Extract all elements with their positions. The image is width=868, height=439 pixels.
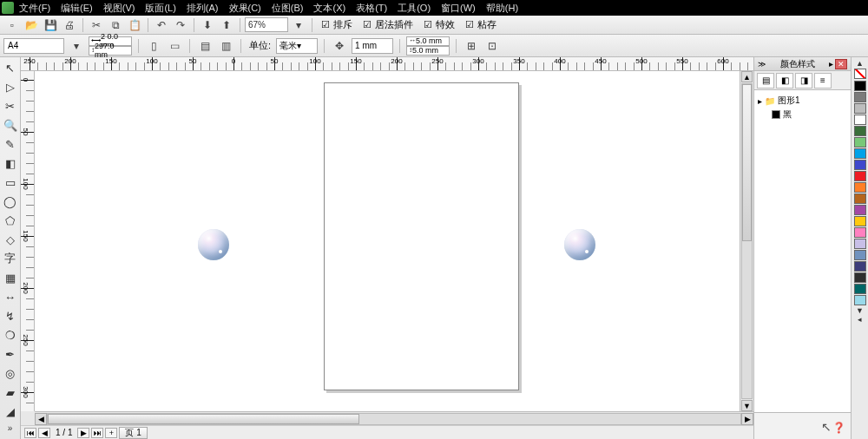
palette-swatch[interactable] [854, 193, 866, 204]
toolbox-expand-icon[interactable]: » [2, 422, 19, 434]
palette-swatch[interactable] [854, 284, 866, 294]
page-preset-combo[interactable]: A4 [3, 38, 64, 54]
ruler-vertical[interactable]: 050100150200250300 [21, 71, 35, 411]
snap-opt-4[interactable]: ☑粘存 [461, 16, 501, 34]
palette-no-color[interactable] [854, 69, 866, 79]
tree-folder[interactable]: ▸ 📁 图形1 [758, 94, 847, 108]
outline-tool-icon[interactable]: ◎ [2, 364, 19, 382]
freehand-tool-icon[interactable]: ✎ [2, 135, 19, 153]
interactive-fill-tool-icon[interactable]: ◢ [2, 403, 19, 420]
palette-swatch[interactable] [854, 250, 866, 260]
palette-swatch[interactable] [854, 216, 866, 226]
units-combo[interactable]: 毫米 ▾ [276, 38, 318, 54]
page-last-icon[interactable]: ⏭ [91, 428, 103, 438]
palette-swatch[interactable] [854, 171, 866, 181]
ellipse-tool-icon[interactable]: ◯ [2, 193, 19, 210]
rectangle-tool-icon[interactable]: ▭ [2, 174, 19, 191]
hscroll-left-icon[interactable]: ◀ [35, 413, 47, 425]
options-icon[interactable]: ⊞ [463, 38, 480, 54]
palette-swatch[interactable] [854, 239, 866, 249]
all-pages-icon[interactable]: ▤ [196, 38, 214, 54]
tree-item[interactable]: 黑 [758, 108, 847, 121]
drawing-canvas[interactable] [35, 71, 753, 411]
help-hint-icon[interactable]: ❓ [832, 422, 845, 434]
connector-tool-icon[interactable]: ↯ [2, 307, 19, 324]
palette-swatch[interactable] [854, 148, 866, 159]
palette-up-icon[interactable]: ▲ [856, 59, 864, 68]
bubble-object-right[interactable] [564, 229, 595, 260]
menu-layout[interactable]: 版面(L) [141, 2, 179, 15]
options2-icon[interactable]: ⊡ [483, 38, 501, 54]
cut-icon[interactable]: ✂ [88, 17, 105, 33]
menu-view[interactable]: 视图(V) [100, 2, 139, 15]
vertical-scrollbar[interactable]: ▲ ▼ [740, 71, 753, 411]
page-first-icon[interactable]: ⏮ [24, 428, 36, 438]
fill-tool-icon[interactable]: ▰ [2, 383, 19, 401]
portrait-icon[interactable]: ▯ [145, 38, 162, 54]
docker-close-icon[interactable]: ✕ [835, 59, 847, 69]
page-height-input[interactable]: ↕ 297.0 mm [89, 46, 132, 56]
hscroll-right-icon[interactable]: ▶ [741, 413, 753, 425]
page-prev-icon[interactable]: ◀ [38, 428, 50, 438]
copy-icon[interactable]: ⧉ [107, 17, 124, 33]
palette-swatch[interactable] [854, 103, 866, 114]
redo-icon[interactable]: ↷ [172, 17, 189, 33]
page-add-icon[interactable]: + [105, 428, 117, 438]
menu-edit[interactable]: 编辑(E) [57, 2, 96, 15]
smart-fill-tool-icon[interactable]: ◧ [2, 154, 19, 172]
horizontal-scrollbar[interactable]: ◀ ▶ [35, 411, 753, 425]
page-preset-dropdown-icon[interactable]: ▾ [68, 38, 85, 54]
dup-offset-y-input[interactable]: ↕ 5.0 mm [406, 46, 450, 56]
menu-file[interactable]: 文件(F) [16, 2, 54, 15]
print-icon[interactable]: 🖨 [61, 17, 78, 33]
undo-icon[interactable]: ↶ [153, 17, 170, 33]
dimension-tool-icon[interactable]: ↔ [2, 288, 19, 305]
zoom-dropdown-icon[interactable]: ▾ [290, 17, 307, 33]
snap-opt-2[interactable]: ☑居法插件 [358, 16, 418, 34]
eyedropper-tool-icon[interactable]: ✒ [2, 345, 19, 363]
current-page-icon[interactable]: ▥ [217, 38, 234, 54]
page-tab[interactable]: 页 1 [119, 427, 147, 439]
vscroll-up-icon[interactable]: ▲ [741, 71, 753, 82]
zoom-level-input[interactable]: 67% [245, 17, 288, 32]
docker-btn-4-icon[interactable]: ≡ [814, 73, 832, 88]
table-tool-icon[interactable]: ▦ [2, 269, 19, 286]
import-icon[interactable]: ⬇ [199, 17, 216, 33]
palette-swatch[interactable] [854, 227, 866, 238]
palette-swatch[interactable] [854, 261, 866, 272]
palette-swatch[interactable] [854, 137, 866, 147]
palette-swatch[interactable] [854, 160, 866, 170]
vscroll-down-icon[interactable]: ▼ [741, 400, 753, 411]
palette-swatch[interactable] [854, 205, 866, 215]
polygon-tool-icon[interactable]: ⬠ [2, 212, 19, 229]
landscape-icon[interactable]: ▭ [166, 38, 183, 54]
basic-shapes-tool-icon[interactable]: ◇ [2, 231, 19, 248]
bubble-object-left[interactable] [198, 229, 229, 260]
ruler-horizontal[interactable]: 2502001501005005010015020025030035040045… [21, 57, 753, 71]
pick-tool-icon[interactable]: ↖ [2, 59, 19, 76]
menu-help[interactable]: 帮助(H) [483, 2, 522, 15]
palette-swatch[interactable] [854, 272, 866, 283]
docker-btn-3-icon[interactable]: ◨ [795, 73, 812, 88]
menu-tools[interactable]: 工具(O) [394, 2, 434, 15]
docker-btn-1-icon[interactable]: ▤ [757, 73, 774, 88]
palette-swatch[interactable] [854, 115, 866, 125]
vscroll-thumb[interactable] [742, 84, 752, 241]
snap-opt-3[interactable]: ☑特效 [419, 16, 459, 34]
crop-tool-icon[interactable]: ✂ [2, 97, 19, 115]
save-icon[interactable]: 💾 [42, 17, 59, 33]
palette-flyout-icon[interactable]: ◂ [858, 315, 862, 324]
docker-btn-2-icon[interactable]: ◧ [776, 73, 793, 88]
dup-offset-x-input[interactable]: ↔ 5.0 mm [406, 36, 450, 46]
text-tool-icon[interactable]: 字 [2, 250, 19, 267]
palette-swatch[interactable] [854, 92, 866, 102]
zoom-tool-icon[interactable]: 🔍 [2, 116, 19, 134]
snap-opt-1[interactable]: ☑排斥 [317, 16, 357, 34]
page-next-icon[interactable]: ▶ [77, 428, 89, 438]
menu-effects[interactable]: 效果(C) [226, 2, 265, 15]
palette-swatch[interactable] [854, 182, 866, 193]
paste-icon[interactable]: 📋 [126, 17, 143, 33]
palette-swatch[interactable] [854, 295, 866, 305]
menu-text[interactable]: 文本(X) [310, 2, 349, 15]
folder-collapse-icon[interactable]: ▸ [758, 96, 762, 106]
